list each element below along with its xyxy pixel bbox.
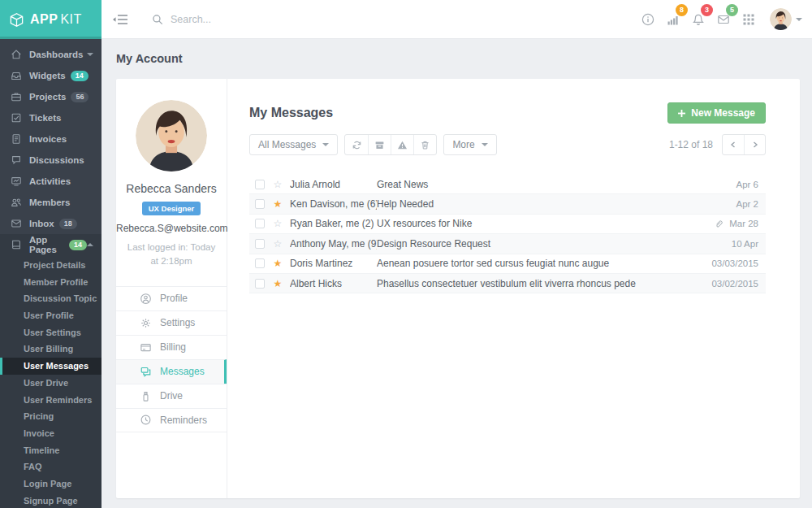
tab-billing[interactable]: Billing <box>116 335 227 359</box>
new-message-button[interactable]: New Message <box>667 102 766 124</box>
star-icon[interactable]: ★ <box>272 258 283 268</box>
caret-down-icon <box>482 143 488 146</box>
prev-page-button[interactable] <box>723 135 744 154</box>
filter-dropdown[interactable]: All Messages <box>249 134 338 155</box>
row-checkbox[interactable] <box>255 239 265 249</box>
sidebar-item-discussions[interactable]: Discussions <box>0 150 102 171</box>
row-checkbox[interactable] <box>255 279 265 289</box>
messages-header: My Messages New Message <box>249 102 766 124</box>
sidebar-subitem-faq[interactable]: FAQ <box>0 458 102 475</box>
sidebar-subitem-signup-page[interactable]: Signup Page <box>0 493 102 508</box>
star-icon[interactable]: ☆ <box>272 180 283 189</box>
notifications-bell-icon[interactable]: 3 <box>686 7 710 32</box>
archive-button[interactable] <box>368 135 391 154</box>
pagination-label: 1-12 of 18 <box>669 139 713 150</box>
sidebar-item-app-pages[interactable]: App Pages14 <box>0 234 102 255</box>
sidebar-item-members[interactable]: Members <box>0 192 102 213</box>
sidebar-subitem-invoice[interactable]: Invoice <box>0 425 102 442</box>
caret-up-icon <box>87 243 93 246</box>
mail-icon[interactable]: 5 <box>711 7 736 32</box>
next-page-button[interactable] <box>744 135 765 154</box>
refresh-button[interactable] <box>345 135 368 154</box>
sidebar-item-label: Inbox <box>29 219 54 228</box>
sidebar-subitem-user-messages[interactable]: User Messages <box>0 358 102 375</box>
message-row[interactable]: ☆Ryan Baker, me (2)UX resources for Nike… <box>249 215 766 234</box>
tab-label: Profile <box>160 293 188 304</box>
sidebar-item-tickets[interactable]: Tickets <box>0 107 102 128</box>
sidebar-subitem-timeline[interactable]: Timeline <box>0 442 102 459</box>
more-dropdown[interactable]: More <box>443 134 496 155</box>
message-from: Ryan Baker, me (2) <box>290 218 377 229</box>
sidebar-item-activities[interactable]: Activities <box>0 171 102 192</box>
sidebar-subitem-discussion-topic[interactable]: Discussion Topic <box>0 290 102 307</box>
count-badge: 14 <box>71 71 89 81</box>
row-checkbox[interactable] <box>255 258 265 268</box>
messages-toolbar: All Messages <box>249 134 766 155</box>
profile-last-login: Last logged in: Today at 2:18pm <box>116 241 227 269</box>
briefcase-icon <box>11 91 22 102</box>
user-menu-caret-icon[interactable] <box>796 18 802 21</box>
sidebar-item-inbox[interactable]: Inbox18 <box>0 213 102 234</box>
sidebar-subitem-user-reminders[interactable]: User Reminders <box>0 392 102 409</box>
star-icon[interactable]: ☆ <box>272 219 283 228</box>
sidebar-item-dashboards[interactable]: Dashboards <box>0 44 102 65</box>
tab-settings[interactable]: Settings <box>116 310 227 335</box>
message-row[interactable]: ★Albert HicksPhasellus consectetuer vest… <box>249 274 766 293</box>
profile-role-badge: UX Designer <box>116 200 227 215</box>
tab-label: Messages <box>160 366 205 377</box>
sidebar-subitem-pricing[interactable]: Pricing <box>0 408 102 425</box>
tab-drive[interactable]: Drive <box>116 384 227 408</box>
message-row[interactable]: ★Ken Davison, me (6)Help NeededApr 2 <box>249 194 766 214</box>
sidebar-subitem-user-profile[interactable]: User Profile <box>0 307 102 324</box>
message-subject: Design Resource Request <box>377 238 732 250</box>
star-icon[interactable]: ★ <box>272 279 283 289</box>
delete-button[interactable] <box>413 135 436 154</box>
message-list: ☆Julia ArnoldGreat NewsApr 6★Ken Davison… <box>249 175 766 293</box>
app-logo[interactable]: APPKIT <box>0 0 102 39</box>
sidebar-subitem-user-billing[interactable]: User Billing <box>0 341 102 358</box>
info-icon[interactable] <box>636 7 660 32</box>
sidebar-item-label: Activities <box>29 176 71 186</box>
sidebar-subitem-user-drive[interactable]: User Drive <box>0 375 102 392</box>
message-row[interactable]: ★Doris MartinezAenean posuere tortor sed… <box>249 254 766 274</box>
archive-icon <box>374 140 385 150</box>
tab-messages[interactable]: Messages <box>116 359 227 384</box>
row-checkbox[interactable] <box>255 199 265 209</box>
sidebar-item-projects[interactable]: Projects56 <box>0 86 102 107</box>
sidebar-subitem-user-settings[interactable]: User Settings <box>0 324 102 341</box>
message-date: Apr 2 <box>736 199 759 209</box>
message-row[interactable]: ☆Julia ArnoldGreat NewsApr 6 <box>249 175 766 194</box>
apps-grid-icon[interactable] <box>736 7 761 32</box>
message-row[interactable]: ☆Anthony May, me (9)Design Resource Requ… <box>249 234 766 254</box>
activity-icon <box>11 176 22 187</box>
sidebar-item-label: App Pages <box>29 235 64 254</box>
page-title: My Account <box>116 52 812 65</box>
tab-profile[interactable]: Profile <box>116 286 227 310</box>
sidebar-item-invoices[interactable]: Invoices <box>0 128 102 150</box>
star-icon[interactable]: ★ <box>272 199 283 209</box>
messages-panel: My Messages New Message All Messages <box>227 79 800 498</box>
row-checkbox[interactable] <box>255 219 265 228</box>
sidebar-item-label: Dashboards <box>29 50 83 59</box>
message-date: 10 Apr <box>732 239 758 249</box>
warning-icon <box>397 140 408 150</box>
sidebar-subitem-login-page[interactable]: Login Page <box>0 475 102 493</box>
row-checkbox[interactable] <box>255 180 265 189</box>
main-content: My Account Rebecca Sanders UX Designer R… <box>102 39 812 508</box>
message-subject: Help Needed <box>377 198 736 210</box>
search-input[interactable] <box>171 14 292 25</box>
tab-reminders[interactable]: Reminders <box>116 408 227 432</box>
sidebar-subitem-project-details[interactable]: Project Details <box>0 257 102 274</box>
star-icon[interactable]: ☆ <box>272 239 283 249</box>
sidebar: APPKIT DashboardsWidgets14Projects56Tick… <box>0 0 102 508</box>
sidebar-subitem-member-profile[interactable]: Member Profile <box>0 274 102 291</box>
new-message-label: New Message <box>691 107 755 119</box>
profile-email: Rebecca.S@website.com <box>116 223 227 234</box>
message-from: Anthony May, me (9) <box>290 238 377 250</box>
user-avatar[interactable] <box>770 8 792 30</box>
stats-icon[interactable]: 8 <box>661 7 685 32</box>
sidebar-item-widgets[interactable]: Widgets14 <box>0 65 102 86</box>
sidebar-toggle-icon[interactable] <box>112 13 128 26</box>
count-badge: 14 <box>69 240 87 250</box>
spam-button[interactable] <box>391 135 413 154</box>
